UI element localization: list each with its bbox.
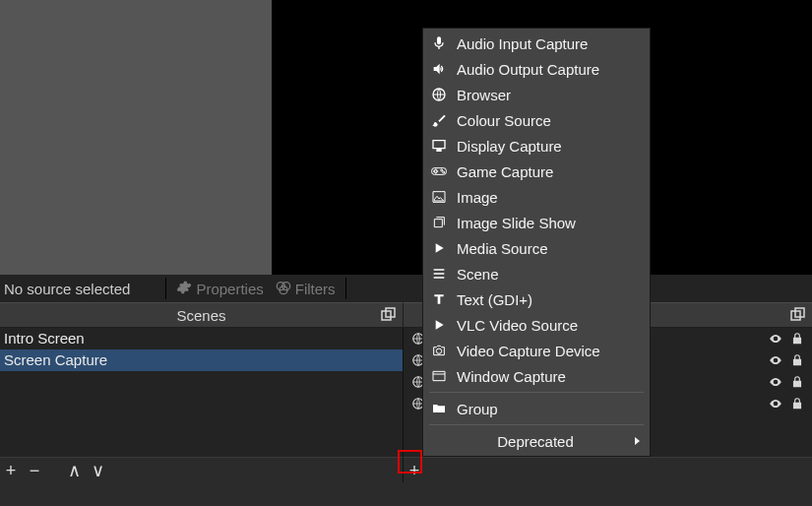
infobar: No source selected Properties Filters xyxy=(0,275,812,302)
menu-item-label: Audio Input Capture xyxy=(457,35,588,52)
move-scene-up-button[interactable]: ∧ xyxy=(67,462,81,479)
popout-icon[interactable] xyxy=(381,307,397,323)
panel-headers: Scenes Sources xyxy=(0,302,812,328)
menu-item[interactable]: Audio Input Capture xyxy=(423,31,650,56)
move-scene-down-button[interactable]: ∨ xyxy=(91,462,104,479)
lock-icon[interactable] xyxy=(790,397,804,411)
menu-item-label: Audio Output Capture xyxy=(457,61,599,78)
menu-item-label: Media Source xyxy=(457,240,548,257)
play-icon xyxy=(431,240,447,256)
gear-icon xyxy=(176,280,192,298)
sources-toolbar: + xyxy=(404,457,812,482)
image-icon xyxy=(431,189,447,205)
menu-item-group[interactable]: Group xyxy=(423,396,650,421)
scenes-list[interactable]: Intro Screen Screen Capture xyxy=(0,328,404,457)
add-button-highlight xyxy=(398,450,422,474)
menu-item-label: Scene xyxy=(457,266,499,283)
scene-row[interactable]: Intro Screen xyxy=(0,328,403,349)
menu-item[interactable]: Media Source xyxy=(423,235,650,261)
eye-icon[interactable] xyxy=(769,397,782,411)
window-icon xyxy=(431,368,447,384)
filters-button[interactable]: Filters xyxy=(272,278,340,300)
preview-area xyxy=(0,0,812,275)
menu-item[interactable]: Audio Output Capture xyxy=(423,56,650,82)
add-source-menu[interactable]: Audio Input CaptureAudio Output CaptureB… xyxy=(422,28,651,457)
list-icon xyxy=(431,266,447,282)
menu-item[interactable]: Scene xyxy=(423,261,650,286)
slides-icon xyxy=(431,215,447,230)
separator xyxy=(165,278,166,299)
remove-scene-button[interactable]: − xyxy=(28,462,41,479)
gamepad-icon xyxy=(431,163,447,179)
menu-item-deprecated[interactable]: Deprecated xyxy=(423,428,650,454)
globe-icon xyxy=(431,87,447,102)
properties-button[interactable]: Properties xyxy=(172,278,267,300)
scenes-panel-header: Scenes xyxy=(0,302,404,328)
menu-item-label: Image xyxy=(457,189,498,206)
eye-icon[interactable] xyxy=(769,375,782,389)
scenes-title: Scenes xyxy=(176,307,225,324)
camera-icon xyxy=(431,343,447,358)
brush-icon xyxy=(431,112,447,128)
menu-item-label: Game Capture xyxy=(457,163,553,180)
menu-item[interactable]: Game Capture xyxy=(423,158,650,184)
menu-separator xyxy=(429,424,644,425)
menu-item-label: Browser xyxy=(457,87,511,103)
separator xyxy=(345,278,346,299)
scenes-toolbar: + − ∧ ∨ xyxy=(0,457,404,482)
menu-separator xyxy=(429,392,644,393)
eye-icon[interactable] xyxy=(769,353,782,367)
menu-item-label: Image Slide Show xyxy=(457,215,576,231)
bottom-strip xyxy=(0,482,812,506)
menu-item-label: Display Capture xyxy=(457,138,562,155)
folder-icon xyxy=(431,401,447,416)
menu-item[interactable]: Window Capture xyxy=(423,363,650,389)
menu-item[interactable]: Image Slide Show xyxy=(423,210,650,235)
lock-icon[interactable] xyxy=(790,332,804,346)
speaker-icon xyxy=(431,61,447,77)
eye-icon[interactable] xyxy=(769,332,782,346)
scene-row[interactable]: Screen Capture xyxy=(0,349,403,371)
add-scene-button[interactable]: + xyxy=(4,462,18,479)
menu-item[interactable]: Video Capture Device xyxy=(423,338,650,363)
status-text: No source selected xyxy=(2,281,130,297)
menu-item[interactable]: Browser xyxy=(423,82,650,107)
popout-icon[interactable] xyxy=(790,307,806,323)
menu-item-label: Text (GDI+) xyxy=(457,291,532,308)
menu-item[interactable]: Image xyxy=(423,184,650,210)
mic-icon xyxy=(431,35,447,51)
menu-item[interactable]: Colour Source xyxy=(423,107,650,133)
monitor-icon xyxy=(431,138,447,154)
menu-item[interactable]: Text (GDI+) xyxy=(423,286,650,312)
menu-item-label: Video Capture Device xyxy=(457,343,600,359)
filters-icon xyxy=(276,280,291,298)
text-icon xyxy=(431,291,447,307)
menu-item[interactable]: Display Capture xyxy=(423,133,650,158)
menu-item-label: VLC Video Source xyxy=(457,317,578,334)
menu-item-label: Colour Source xyxy=(457,112,551,129)
menu-item[interactable]: VLC Video Source xyxy=(423,312,650,338)
menu-item-label: Window Capture xyxy=(457,368,566,385)
play-icon xyxy=(431,317,447,333)
lock-icon[interactable] xyxy=(790,353,804,367)
lock-icon[interactable] xyxy=(790,375,804,389)
